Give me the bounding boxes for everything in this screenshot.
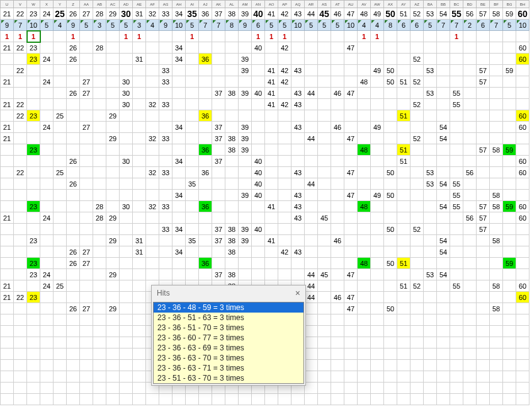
cell[interactable]: [318, 394, 331, 405]
data-cell[interactable]: [450, 224, 463, 235]
data-cell[interactable]: [397, 178, 410, 190]
data-cell[interactable]: [252, 110, 265, 122]
data-cell[interactable]: 23: [27, 235, 40, 246]
data-cell[interactable]: [27, 99, 40, 110]
data-cell[interactable]: [252, 212, 265, 224]
data-cell[interactable]: [463, 76, 477, 88]
data-cell[interactable]: [424, 212, 437, 224]
data-cell[interactable]: [14, 269, 27, 280]
data-cell[interactable]: [133, 258, 146, 269]
data-cell[interactable]: [212, 144, 225, 156]
data-cell[interactable]: [463, 65, 477, 76]
data-cell[interactable]: [186, 224, 199, 235]
data-cell[interactable]: [424, 258, 437, 269]
data-cell[interactable]: 39: [239, 144, 252, 156]
data-cell[interactable]: [384, 54, 397, 65]
data-cell[interactable]: 43: [291, 246, 305, 258]
data-cell[interactable]: [477, 110, 490, 122]
data-cell[interactable]: [14, 212, 27, 224]
data-cell[interactable]: [305, 201, 318, 212]
count-cell[interactable]: 5: [278, 20, 291, 31]
data-cell[interactable]: [490, 42, 503, 54]
data-cell[interactable]: 38: [225, 235, 239, 246]
cell[interactable]: [516, 314, 529, 326]
data-cell[interactable]: 28: [93, 42, 106, 54]
data-cell[interactable]: [106, 122, 120, 133]
data-cell[interactable]: 54: [437, 235, 450, 246]
data-cell[interactable]: 47: [344, 42, 358, 54]
data-cell[interactable]: [212, 42, 225, 54]
data-cell[interactable]: 58: [490, 144, 503, 156]
data-cell[interactable]: [318, 99, 331, 110]
data-cell[interactable]: [397, 269, 410, 280]
data-cell[interactable]: [331, 269, 344, 280]
data-cell[interactable]: [490, 246, 503, 258]
cell[interactable]: [424, 371, 437, 383]
data-cell[interactable]: [80, 110, 93, 122]
cell[interactable]: [54, 326, 67, 337]
number-header[interactable]: 39: [239, 8, 252, 20]
column-header[interactable]: AQ: [291, 1, 305, 8]
data-cell[interactable]: [186, 122, 199, 133]
column-header[interactable]: AS: [318, 1, 331, 8]
marker-cell[interactable]: 1: [252, 31, 265, 42]
data-cell[interactable]: [463, 88, 477, 99]
data-cell[interactable]: [410, 88, 424, 99]
data-cell[interactable]: [331, 156, 344, 167]
cell[interactable]: [424, 349, 437, 360]
data-cell[interactable]: [27, 76, 40, 88]
cell[interactable]: [397, 349, 410, 360]
data-cell[interactable]: [239, 110, 252, 122]
data-cell[interactable]: 60: [516, 167, 529, 178]
data-cell[interactable]: [14, 76, 27, 88]
data-cell[interactable]: [384, 156, 397, 167]
column-header[interactable]: AJ: [199, 1, 212, 8]
marker-cell[interactable]: [516, 31, 529, 42]
cell[interactable]: [1, 349, 14, 360]
data-cell[interactable]: [212, 167, 225, 178]
data-cell[interactable]: [225, 156, 239, 167]
count-cell[interactable]: 5: [424, 20, 437, 31]
cell[interactable]: [477, 337, 490, 349]
data-cell[interactable]: [305, 156, 318, 167]
data-cell[interactable]: [67, 65, 80, 76]
data-cell[interactable]: 43: [291, 167, 305, 178]
data-cell[interactable]: 56: [463, 212, 477, 224]
data-cell[interactable]: [305, 54, 318, 65]
data-cell[interactable]: [490, 99, 503, 110]
data-cell[interactable]: [159, 178, 173, 190]
data-cell[interactable]: [133, 122, 146, 133]
cell[interactable]: [437, 337, 450, 349]
data-cell[interactable]: [477, 269, 490, 280]
cell[interactable]: [318, 383, 331, 394]
data-cell[interactable]: [503, 224, 516, 235]
data-cell[interactable]: [410, 156, 424, 167]
marker-cell[interactable]: [490, 31, 503, 42]
data-cell[interactable]: 52: [410, 76, 424, 88]
data-cell[interactable]: [490, 212, 503, 224]
data-cell[interactable]: [54, 178, 67, 190]
marker-cell[interactable]: 1: [450, 31, 463, 42]
data-cell[interactable]: 47: [344, 133, 358, 144]
number-header[interactable]: 35: [186, 8, 199, 20]
count-cell[interactable]: 10: [173, 20, 186, 31]
data-cell[interactable]: 33: [159, 65, 173, 76]
column-header[interactable]: AD: [120, 1, 133, 8]
data-cell[interactable]: [27, 224, 40, 235]
data-cell[interactable]: 41: [265, 235, 278, 246]
data-cell[interactable]: [463, 156, 477, 167]
data-cell[interactable]: 40: [252, 42, 265, 54]
cell[interactable]: [80, 349, 93, 360]
data-cell[interactable]: [490, 54, 503, 65]
data-cell[interactable]: [437, 292, 450, 303]
number-header[interactable]: 44: [305, 8, 318, 20]
data-cell[interactable]: [410, 303, 424, 314]
data-cell[interactable]: [371, 178, 384, 190]
data-cell[interactable]: [133, 144, 146, 156]
data-cell[interactable]: [27, 122, 40, 133]
data-cell[interactable]: [146, 88, 159, 99]
marker-cell[interactable]: [424, 31, 437, 42]
data-cell[interactable]: [291, 133, 305, 144]
data-cell[interactable]: 42: [278, 65, 291, 76]
data-cell[interactable]: 34: [173, 156, 186, 167]
